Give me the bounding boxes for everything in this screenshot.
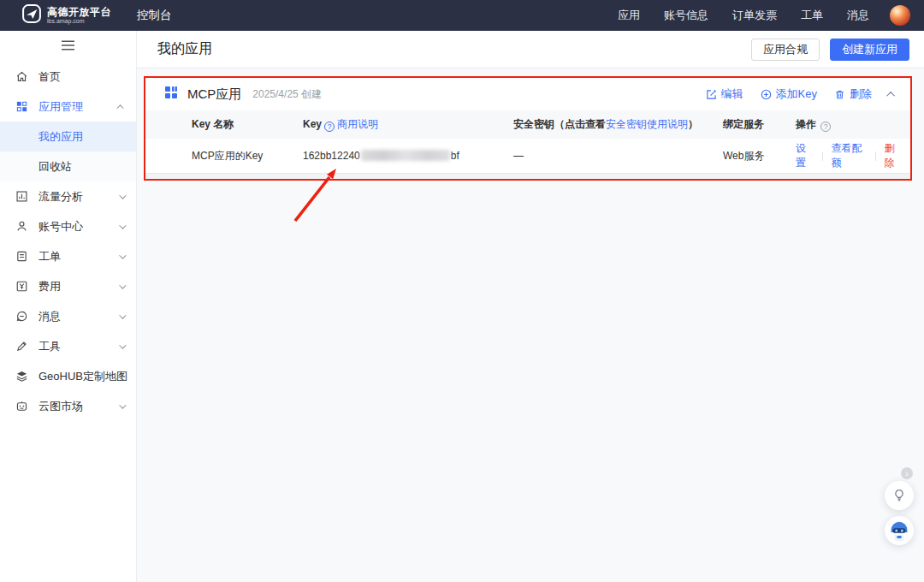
sidebar-item-label: 工单 bbox=[38, 249, 61, 264]
topnav-tickets[interactable]: 工单 bbox=[801, 8, 823, 23]
key-blurred-segment bbox=[361, 150, 450, 161]
key-table-header: Key 名称 Key?商用说明 安全密钥（点击查看安全密钥使用说明） 绑定服务 … bbox=[145, 110, 910, 139]
security-key-cell: — bbox=[513, 150, 723, 162]
trash-icon bbox=[834, 89, 845, 100]
app-card: MCP应用 2025/4/25 创建 编辑 添加Key bbox=[145, 78, 910, 174]
sidebar-item-app-management[interactable]: 应用管理 bbox=[0, 92, 136, 122]
sidebar-item-label: 回收站 bbox=[38, 159, 72, 175]
sidebar-item-tools[interactable]: 工具 bbox=[0, 331, 136, 361]
chevron-down-icon bbox=[119, 252, 126, 258]
app-compliance-button[interactable]: 应用合规 bbox=[751, 39, 820, 61]
topnav-messages[interactable]: 消息 bbox=[847, 8, 869, 23]
user-avatar[interactable] bbox=[890, 5, 910, 26]
console-label[interactable]: 控制台 bbox=[137, 8, 172, 23]
sidebar-item-label: 账号中心 bbox=[38, 219, 83, 235]
sidebar-item-label: GeoHUB定制地图 bbox=[38, 369, 127, 384]
home-icon bbox=[15, 70, 28, 83]
commercial-usage-link[interactable]: 商用说明 bbox=[337, 118, 378, 130]
topnav-account-info[interactable]: 账号信息 bbox=[664, 8, 708, 23]
col-security-key: 安全密钥（点击查看安全密钥使用说明） bbox=[513, 117, 723, 132]
brand-subtitle: lbs.amap.com bbox=[47, 18, 111, 25]
edit-icon bbox=[706, 89, 717, 100]
hamburger-icon bbox=[62, 39, 74, 54]
security-key-usage-link[interactable]: 安全密钥使用说明 bbox=[606, 118, 688, 130]
sidebar-item-label: 流量分析 bbox=[38, 189, 83, 205]
sidebar: 首页 应用管理 我的应用 回收站 流量分析 账号中心 工单 bbox=[0, 31, 137, 582]
delete-app-button[interactable]: 删除 bbox=[834, 86, 872, 102]
sidebar-item-label: 消息 bbox=[38, 309, 61, 324]
expand-widget-button[interactable]: › bbox=[901, 467, 913, 479]
help-lightbulb-button[interactable] bbox=[885, 481, 914, 510]
sidebar-item-label: 费用 bbox=[38, 279, 61, 294]
chevron-down-icon bbox=[119, 192, 126, 199]
col-key: Key?商用说明 bbox=[303, 117, 513, 132]
amap-console-page: 高德开放平台 lbs.amap.com 控制台 应用 账号信息 订单发票 工单 … bbox=[0, 0, 924, 582]
yuan-billing-icon bbox=[15, 280, 28, 293]
sidebar-item-work-order[interactable]: 工单 bbox=[0, 241, 136, 271]
sidebar-item-account-center[interactable]: 账号中心 bbox=[0, 211, 136, 241]
sidebar-item-label: 我的应用 bbox=[38, 129, 83, 145]
sidebar-item-label: 首页 bbox=[38, 69, 61, 85]
user-icon bbox=[15, 220, 28, 233]
brand-logo[interactable]: 高德开放平台 lbs.amap.com bbox=[22, 4, 111, 27]
collapse-card-chevron-up-icon[interactable] bbox=[886, 91, 895, 99]
paper-plane-logo-icon bbox=[22, 4, 41, 27]
chevron-down-icon bbox=[119, 222, 126, 229]
apps-grid-icon bbox=[15, 100, 28, 113]
sidebar-item-traffic-analysis[interactable]: 流量分析 bbox=[0, 181, 136, 211]
chevron-down-icon bbox=[119, 341, 126, 348]
actions-help-icon[interactable]: ? bbox=[820, 122, 831, 132]
chevron-down-icon bbox=[119, 401, 126, 408]
app-card-header: MCP应用 2025/4/25 创建 编辑 添加Key bbox=[145, 78, 910, 110]
content-area: MCP应用 2025/4/25 创建 编辑 添加Key bbox=[137, 68, 924, 582]
app-grid-icon bbox=[164, 86, 178, 103]
app-created-date: 2025/4/25 创建 bbox=[252, 87, 322, 102]
sidebar-item-cloud-market[interactable]: 云图市场 bbox=[0, 391, 136, 421]
sidebar-item-my-apps[interactable]: 我的应用 bbox=[0, 122, 136, 151]
topnav-invoices[interactable]: 订单发票 bbox=[732, 8, 777, 23]
view-quota-link[interactable]: 查看配额 bbox=[822, 141, 874, 170]
main-area: 我的应用 应用合规 创建新应用 MCP应用 2025/4/25 创建 bbox=[137, 31, 924, 582]
key-help-icon[interactable]: ? bbox=[324, 122, 335, 132]
annotation-rectangle: MCP应用 2025/4/25 创建 编辑 添加Key bbox=[144, 76, 912, 181]
chevron-down-icon bbox=[119, 312, 126, 318]
sidebar-item-label: 工具 bbox=[38, 339, 61, 354]
assistant-mascot-button[interactable] bbox=[885, 516, 914, 545]
sidebar-item-messages[interactable]: 消息 bbox=[0, 301, 136, 331]
edit-app-button[interactable]: 编辑 bbox=[706, 86, 743, 102]
key-name-cell: MCP应用的Key bbox=[145, 149, 303, 163]
create-new-app-button[interactable]: 创建新应用 bbox=[830, 39, 909, 61]
col-bound-service: 绑定服务 bbox=[723, 117, 796, 132]
app-name: MCP应用 bbox=[187, 86, 241, 103]
sidebar-item-billing[interactable]: 费用 bbox=[0, 271, 136, 301]
page-header: 我的应用 应用合规 创建新应用 bbox=[137, 31, 924, 68]
sidebar-item-geohub[interactable]: GeoHUB定制地图 bbox=[0, 361, 136, 391]
layers-icon bbox=[15, 370, 28, 383]
clipboard-icon bbox=[15, 250, 28, 263]
bound-service-cell: Web服务 bbox=[723, 149, 796, 163]
sidebar-item-home[interactable]: 首页 bbox=[0, 62, 136, 92]
page-title: 我的应用 bbox=[157, 40, 212, 58]
topbar: 高德开放平台 lbs.amap.com 控制台 应用 账号信息 订单发票 工单 … bbox=[0, 0, 924, 31]
pen-tool-icon bbox=[15, 340, 28, 353]
chevron-right-icon: › bbox=[905, 469, 908, 478]
sidebar-item-label: 应用管理 bbox=[38, 99, 83, 115]
sidebar-item-recycle-bin[interactable]: 回收站 bbox=[0, 151, 136, 181]
lightbulb-icon bbox=[891, 488, 907, 503]
key-settings-link[interactable]: 设置 bbox=[796, 141, 822, 170]
chart-icon bbox=[15, 190, 28, 203]
sidebar-item-label: 云图市场 bbox=[38, 399, 83, 414]
key-value-cell: 162bb12240bf bbox=[303, 150, 513, 162]
sidebar-collapse-button[interactable] bbox=[0, 31, 136, 62]
chevron-up-icon bbox=[116, 104, 123, 111]
topnav-apps[interactable]: 应用 bbox=[618, 8, 640, 23]
col-actions: 操作? bbox=[796, 117, 910, 132]
message-bubble-icon bbox=[15, 310, 28, 323]
delete-key-link[interactable]: 删除 bbox=[875, 141, 910, 170]
topbar-nav: 应用 账号信息 订单发票 工单 消息 bbox=[618, 8, 869, 23]
brand-title: 高德开放平台 bbox=[47, 7, 111, 18]
chevron-down-icon bbox=[119, 282, 126, 288]
mascot-icon bbox=[886, 518, 912, 543]
add-key-button[interactable]: 添加Key bbox=[761, 86, 817, 102]
col-key-name: Key 名称 bbox=[145, 117, 303, 132]
